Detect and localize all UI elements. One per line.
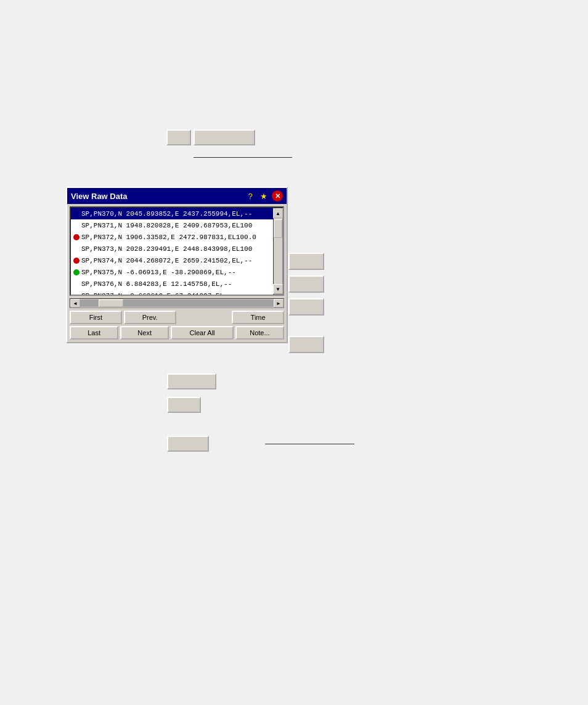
list-item-text: SP,PN376,N 6.884283,E 12.145758,EL,-- xyxy=(81,280,232,288)
red-dot-icon xyxy=(73,258,80,264)
raw-data-list[interactable]: SP,PN370,N 2045.893852,E 2437.255994,EL,… xyxy=(70,206,284,296)
next-button[interactable]: Next xyxy=(120,326,169,340)
list-item-text: SP,PN375,N -6.06913,E -38.290869,EL,-- xyxy=(81,269,236,276)
scroll-down-arrow[interactable]: ▼ xyxy=(273,284,283,294)
top-button-group xyxy=(166,129,255,145)
bottom-button-1[interactable] xyxy=(167,373,216,389)
dialog-title-icons: ? ★ ✕ xyxy=(245,190,283,202)
first-button[interactable]: First xyxy=(70,311,122,324)
star-icon[interactable]: ★ xyxy=(258,190,269,202)
dialog-title: View Raw Data xyxy=(71,192,128,201)
prev-button[interactable]: Prev. xyxy=(124,311,176,324)
list-item-text: SP,PN370,N 2045.893852,E 2437.255994,EL,… xyxy=(81,210,252,218)
right-button-3[interactable] xyxy=(288,298,324,316)
list-item[interactable]: SP,PN373,N 2028.239491,E 2448.843998,EL1… xyxy=(71,243,273,255)
list-item[interactable]: SP,PN375,N -6.06913,E -38.290869,EL,-- xyxy=(71,266,273,278)
top-button-1[interactable] xyxy=(166,129,191,145)
scroll-right-arrow[interactable]: ► xyxy=(274,299,284,308)
red-dot-icon xyxy=(73,234,80,240)
list-item[interactable]: SP,PN376,N 6.884283,E 12.145758,EL,-- xyxy=(71,278,273,290)
list-item[interactable]: SP,PN377,N -9.663612,E 67.241907,EL,-- xyxy=(71,290,273,295)
button-row-1: First Prev. Time xyxy=(70,311,284,324)
clear-all-button[interactable]: Clear All xyxy=(171,326,234,340)
dialog-titlebar: View Raw Data ? ★ ✕ xyxy=(67,188,287,204)
list-item-text: SP,PN372,N 1906.33582,E 2472.987831,EL10… xyxy=(81,234,256,241)
dialog-buttons: First Prev. Time Last Next Clear All Not… xyxy=(67,308,287,342)
help-icon[interactable]: ? xyxy=(245,190,256,202)
top-button-2[interactable] xyxy=(194,129,255,145)
close-icon[interactable]: ✕ xyxy=(272,190,283,202)
underline-bar-bottom xyxy=(265,444,354,444)
list-item-text: SP,PN374,N 2044.268072,E 2659.241502,EL,… xyxy=(81,257,252,264)
scroll-up-arrow[interactable]: ▲ xyxy=(273,208,283,218)
right-button-2[interactable] xyxy=(288,275,324,293)
underline-bar-top xyxy=(194,157,292,158)
list-item-text: SP,PN373,N 2028.239491,E 2448.843998,EL1… xyxy=(81,245,252,253)
scroll-thumb-v[interactable] xyxy=(274,219,282,238)
green-dot-icon xyxy=(73,269,80,275)
scroll-left-arrow[interactable]: ◄ xyxy=(70,299,80,308)
right-button-1[interactable] xyxy=(288,253,324,270)
horizontal-scrollbar[interactable]: ◄ ► xyxy=(70,298,284,308)
last-button[interactable]: Last xyxy=(70,326,118,340)
button-row-2: Last Next Clear All Note... xyxy=(70,326,284,340)
scroll-thumb-h[interactable] xyxy=(99,300,123,307)
list-content: SP,PN370,N 2045.893852,E 2437.255994,EL,… xyxy=(71,208,273,295)
list-item[interactable]: SP,PN372,N 1906.33582,E 2472.987831,EL10… xyxy=(71,231,273,243)
scroll-track-h xyxy=(80,300,274,307)
note-button[interactable]: Note... xyxy=(235,326,284,340)
list-item[interactable]: SP,PN374,N 2044.268072,E 2659.241502,EL,… xyxy=(71,255,273,266)
list-item[interactable]: SP,PN370,N 2045.893852,E 2437.255994,EL,… xyxy=(71,208,273,219)
list-item-text: SP,PN377,N -9.663612,E 67.241907,EL,-- xyxy=(81,292,236,295)
list-item-text: SP,PN371,N 1948.820828,E 2409.687953,EL1… xyxy=(81,222,252,229)
bottom-button-3[interactable] xyxy=(167,436,209,452)
vertical-scrollbar[interactable]: ▲ ▼ xyxy=(273,208,283,295)
view-raw-data-dialog: View Raw Data ? ★ ✕ SP,PN370,N 2045.8938… xyxy=(66,187,288,343)
right-button-4[interactable] xyxy=(288,336,324,353)
bottom-button-2[interactable] xyxy=(167,397,201,413)
list-item[interactable]: SP,PN371,N 1948.820828,E 2409.687953,EL1… xyxy=(71,219,273,231)
time-button[interactable]: Time xyxy=(232,311,284,324)
